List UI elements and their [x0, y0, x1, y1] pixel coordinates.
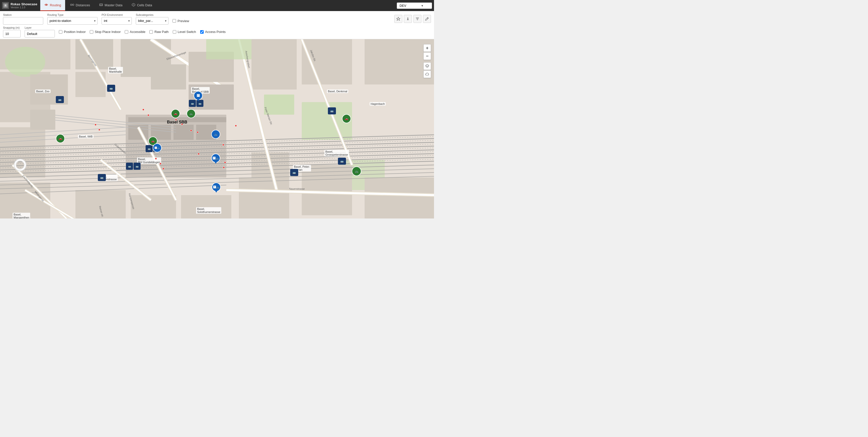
filter-tool-button[interactable] [413, 15, 422, 23]
poi-env-label: POI Environment [101, 13, 132, 17]
app-logo-icon: R [2, 2, 9, 9]
env-value: DEV [400, 4, 406, 7]
svg-point-9 [133, 4, 134, 5]
position-indoor-label: Position Indoor [64, 30, 86, 34]
snapping-label: Snapping (m) [3, 26, 21, 29]
nav-cells-data-label: Cells Data [137, 3, 152, 7]
accessible-group: Accessible [125, 28, 145, 36]
app-name: Rokas Showcase [10, 2, 37, 6]
subcategories-label: Subcategories [136, 13, 168, 17]
svg-line-15 [427, 18, 428, 19]
access-points-group: Access Points [200, 28, 226, 36]
nav-master-data-label: Master Data [104, 3, 122, 7]
app-info: Rokas Showcase Version 1.1.0 [10, 2, 37, 9]
env-selector[interactable]: DEV ▾ [397, 2, 432, 9]
raw-path-checkbox[interactable] [149, 30, 153, 34]
zoom-out-button[interactable]: − [424, 52, 431, 60]
app-version: Version 1.1.0 [10, 6, 37, 9]
svg-rect-92 [30, 74, 68, 104]
layer-label: Layer [25, 26, 55, 29]
controls-bar: Station Routing Type point-to-station st… [0, 11, 434, 39]
svg-rect-6 [100, 4, 102, 6]
nav-routing[interactable]: Routing [40, 0, 65, 11]
svg-rect-38 [128, 117, 226, 122]
chevron-down-icon: ▾ [422, 4, 423, 7]
svg-marker-10 [407, 17, 408, 20]
position-indoor-group: Position Indoor [59, 28, 86, 36]
draw-tool-button[interactable] [404, 15, 412, 23]
svg-rect-29 [365, 178, 434, 218]
right-tools [394, 15, 431, 23]
layers-button[interactable] [424, 62, 431, 70]
routing-type-select-wrapper: point-to-station station-to-point point-… [47, 17, 98, 25]
stop-place-indoor-checkbox[interactable] [90, 30, 93, 34]
svg-point-3 [70, 4, 72, 5]
svg-rect-40 [151, 125, 171, 140]
svg-rect-91 [151, 64, 186, 90]
svg-rect-35 [181, 195, 231, 218]
poi-env-select-wrapper: int ext all [101, 17, 132, 25]
station-label: Station [3, 13, 43, 17]
svg-point-21 [5, 47, 45, 77]
cloud-button[interactable] [424, 70, 431, 78]
svg-rect-24 [251, 39, 297, 90]
access-points-label: Access Points [205, 30, 226, 34]
svg-rect-36 [239, 178, 289, 218]
preview-group: Preview [173, 17, 189, 25]
svg-point-4 [72, 4, 74, 5]
svg-rect-90 [189, 85, 234, 110]
subcategories-select[interactable]: bike_par... none [136, 17, 168, 25]
poi-env-select[interactable]: int ext all [101, 17, 132, 25]
station-group: Station [3, 13, 43, 25]
station-input[interactable] [3, 17, 43, 25]
level-switch-label: Level Switch [178, 30, 196, 34]
raw-path-label: Raw Path [154, 30, 168, 34]
routing-type-group: Routing Type point-to-station station-to… [47, 13, 98, 25]
nav-distances-label: Distances [76, 3, 90, 7]
stop-place-indoor-label: Stop Place Indoor [95, 30, 121, 34]
stop-place-indoor-group: Stop Place Indoor [90, 28, 121, 36]
edit-tool-button[interactable] [423, 15, 431, 23]
level-switch-checkbox[interactable] [173, 30, 176, 34]
routing-icon [44, 3, 48, 7]
nav-routing-label: Routing [50, 3, 61, 7]
preview-label: Preview [178, 19, 189, 23]
accessible-checkbox[interactable] [125, 30, 128, 34]
svg-rect-95 [206, 39, 251, 59]
raw-path-group: Raw Path [149, 28, 168, 36]
position-indoor-checkbox[interactable] [59, 30, 62, 34]
navbar: R Rokas Showcase Version 1.1.0 Routing D… [0, 0, 434, 11]
distances-icon [70, 3, 74, 7]
access-points-checkbox[interactable] [200, 30, 204, 34]
svg-rect-34 [131, 195, 176, 218]
cells-data-icon [131, 3, 135, 7]
svg-rect-39 [128, 125, 148, 140]
svg-rect-41 [174, 125, 194, 140]
snapping-group: Snapping (m) [3, 26, 21, 37]
level-switch-group: Level Switch [173, 28, 196, 36]
routing-type-select[interactable]: point-to-station station-to-point point-… [47, 17, 98, 25]
controls-row-1: Station Routing Type point-to-station st… [3, 13, 431, 25]
poi-env-group: POI Environment int ext all [101, 13, 132, 25]
master-data-icon [99, 3, 103, 7]
nav-master-data[interactable]: Master Data [95, 0, 126, 11]
svg-rect-22 [302, 102, 352, 140]
accessible-label: Accessible [130, 30, 145, 34]
nav-cells-data[interactable]: Cells Data [127, 0, 156, 11]
svg-rect-42 [196, 125, 216, 140]
layer-input[interactable] [25, 30, 55, 37]
preview-checkbox[interactable] [173, 19, 176, 23]
svg-point-2 [46, 4, 47, 5]
snapping-input[interactable] [3, 30, 21, 37]
subcategories-select-wrapper: bike_par... none [136, 17, 168, 25]
nav-distances[interactable]: Distances [66, 0, 94, 11]
map-container[interactable]: Basel, Zoo Basel,Markthalle Basel,Bahnho… [0, 39, 434, 218]
svg-rect-94 [264, 95, 294, 115]
pin-tool-button[interactable] [394, 15, 402, 23]
zoom-in-button[interactable]: + [424, 44, 431, 52]
svg-text:R: R [4, 4, 6, 7]
subcategories-group: Subcategories bike_par... none [136, 13, 168, 25]
svg-rect-93 [30, 110, 55, 130]
map-controls: + − [424, 44, 431, 78]
controls-row-2: Snapping (m) Layer Position Indoor Stop … [3, 26, 431, 37]
